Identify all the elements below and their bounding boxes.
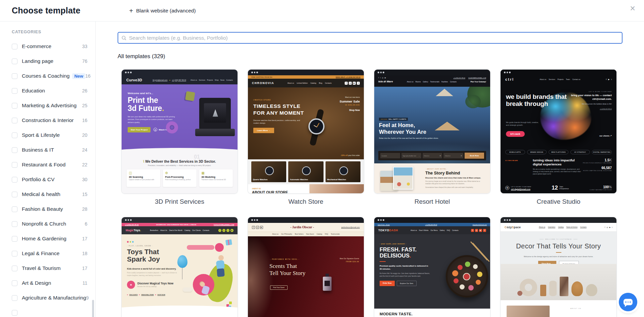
search-input[interactable] (129, 35, 619, 41)
nav-item: Catalog (316, 233, 322, 235)
sidebar-category-item[interactable]: Sport & Lifestyle 20 (0, 128, 95, 143)
who-title: turning ideas into impactful digital exp… (533, 158, 582, 166)
vases-photo (501, 264, 616, 300)
category-checkbox[interactable] (12, 103, 17, 109)
category-checkbox[interactable] (12, 280, 17, 286)
mini-cta-button: Find Your Scent (270, 285, 288, 290)
service-pill: MOBILE APPS (505, 150, 525, 154)
hero-desc: Relax into the rhythm of the sea and fee… (379, 137, 439, 139)
category-checkbox[interactable] (12, 310, 17, 316)
service-icon: ▦ (202, 171, 230, 175)
who-desc: We are a creative studio specializing in… (533, 168, 582, 175)
browser-dots (248, 217, 364, 223)
search-icon (121, 35, 127, 41)
sidebar-category-item[interactable]: Medical & health 15 (0, 187, 95, 202)
sidebar-category-item[interactable]: Restaurant & Food 22 (0, 157, 95, 172)
sidebar-category-item[interactable]: Travel & Tourism 17 (0, 261, 95, 276)
nav-item: Limited Edition (297, 82, 308, 84)
nav-item: Contact us (572, 78, 581, 80)
sidebar-category-item[interactable]: Education 26 (0, 83, 95, 98)
template-card-creative-studio[interactable]: ctrl About usServicesProjectsTeamContact… (500, 69, 617, 217)
category-label: Education (22, 88, 45, 94)
mini-address: SHOWROOM: 3254 EGREMONT RD3 DRIVE, LONDO… (156, 224, 197, 226)
service-card: ▦ 3D Modeling Transform ideas into funct… (199, 169, 233, 187)
instagram-icon: ◎ (606, 226, 608, 228)
hero-subtitle: Premium-quality sushi, handcrafted to de… (380, 265, 430, 270)
category-count: 11 (82, 280, 87, 286)
category-label: Sport & Lifestyle (22, 132, 60, 138)
mini-nav: About usLimited EditionCatalogBlogContac… (287, 82, 332, 84)
mini-nav: About usRoomsGalleryTestimonialsFaciliti… (407, 81, 457, 83)
template-card-tokyodash[interactable]: Open 8 am - 10 pm +1 (234) 567 89 00 tok… (374, 217, 490, 317)
social-icons: ft◎▶ (378, 77, 386, 79)
category-checkbox[interactable] (12, 162, 17, 168)
category-checkbox[interactable] (12, 206, 17, 212)
facebook-icon: f (606, 78, 607, 80)
category-checkbox[interactable] (12, 132, 17, 138)
category-checkbox[interactable] (12, 58, 17, 64)
sidebar-category-item[interactable]: Construction & Interior 16 (0, 113, 95, 128)
close-icon[interactable]: × (630, 4, 635, 13)
nav-item: Catalog (310, 82, 316, 84)
sidebar-category-item[interactable]: Marketing & Advertising 25 (0, 98, 95, 113)
category-checkbox[interactable] (12, 192, 17, 197)
nav-item: FAQ (325, 233, 328, 235)
sidebar-scrollbar[interactable] (92, 300, 94, 317)
service-icon: ◫ (129, 171, 158, 175)
sidebar-category-item[interactable]: E-commerce 33 (0, 39, 95, 54)
service-icon: ⚙ (165, 171, 194, 175)
nav-item: Team (566, 78, 570, 80)
youtube-icon: ▶ (230, 229, 233, 232)
service-pill: BRAND DESIGN (527, 150, 547, 154)
template-card-cozyspace[interactable]: CozySpace About usInspirationCatalogNews… (500, 217, 617, 317)
sidebar-category-item[interactable]: Art & Design 11 (0, 276, 95, 290)
booking-field: Check in⊞ (443, 153, 463, 158)
category-checkbox[interactable] (12, 221, 17, 227)
category-checkbox[interactable] (12, 118, 17, 123)
sidebar-category-item[interactable]: Legal & Finance 18 (0, 246, 95, 261)
perfume-bottle (323, 277, 332, 291)
category-count: 28 (82, 206, 87, 212)
sidebar-category-item[interactable]: Nonprofit & Church 6 (0, 216, 95, 231)
category-checkbox[interactable] (12, 147, 17, 153)
aside-eyebrow: LET'S WORK TOGETHER (571, 91, 612, 92)
nav-item: Facilities (441, 81, 448, 83)
template-card-magictoys[interactable]: +1 (234) 567 89 00 SHOWROOM: 3254 EGREMO… (121, 217, 238, 317)
results-heading: All templates (329) (118, 53, 644, 60)
sidebar-category-item[interactable]: Fashion & Beauty 28 (0, 202, 95, 216)
sidebar-category-item[interactable]: Courses & Coaching New 16 (0, 69, 95, 83)
nav-item: Our Philosophy (281, 233, 292, 235)
sidebar-category-item[interactable]: Business & IT 24 (0, 143, 95, 157)
category-checkbox[interactable] (12, 251, 17, 256)
chat-launcher-button[interactable] (619, 293, 637, 311)
template-card-3d-print-services[interactable]: Curve3D 3d.print@email.com ● +1 (234) 56… (121, 69, 238, 217)
category-count: 30 (82, 177, 87, 182)
sidebar-category-item[interactable]: Portfolio & CV 30 (0, 172, 95, 187)
instagram-icon: ◎ (349, 82, 352, 85)
category-checkbox[interactable] (12, 44, 17, 49)
template-thumbnail: +1 (234) 567 89 00 SHOWROOM: 3254 EGREMO… (121, 217, 238, 317)
category-count: 6 (85, 221, 87, 227)
template-card-resort-hotel[interactable]: ft◎▶ +1 (234) 567 89 00 ISLADIMARE@EMAIL… (374, 69, 490, 217)
template-card-watch-store[interactable]: FREE SHIPPING FROM $50 NEED HELP: +1 (23… (248, 69, 364, 217)
sidebar-category-item-partial[interactable] (0, 305, 95, 317)
nav-item: Rooms (416, 81, 421, 83)
blank-website-button[interactable]: + Blank website (advanced) (129, 7, 196, 14)
mini-phone: +1 (234) 567 89 00 (571, 108, 612, 110)
dialog-header: Choose template + Blank website (advance… (0, 0, 644, 22)
category-label: Travel & Tourism (22, 265, 60, 271)
category-label: Restaurant & Food (22, 162, 66, 168)
category-checkbox[interactable] (12, 73, 17, 79)
template-thumbnail: ft◎▶ +1 (234) 567 89 00 ISLADIMARE@EMAIL… (374, 69, 490, 194)
category-checkbox[interactable] (12, 236, 17, 242)
template-card-jardin-obscur[interactable]: f◎▶ - Jardin Obscur - jardinobscur@email… (248, 217, 364, 317)
template-thumbnail: Curve3D 3d.print@email.com ● +1 (234) 56… (121, 69, 238, 194)
about-eyebrow: ABOUT US (570, 308, 582, 309)
category-checkbox[interactable] (12, 266, 17, 271)
sidebar-category-item[interactable]: Agriculture & Manufacturing 9 (0, 290, 95, 305)
sidebar-category-item[interactable]: Home & Gardening 17 (0, 231, 95, 246)
sidebar-category-item[interactable]: Landing page 76 (0, 54, 95, 69)
category-checkbox[interactable] (12, 177, 17, 183)
category-checkbox[interactable] (12, 295, 17, 301)
category-checkbox[interactable] (12, 88, 17, 94)
